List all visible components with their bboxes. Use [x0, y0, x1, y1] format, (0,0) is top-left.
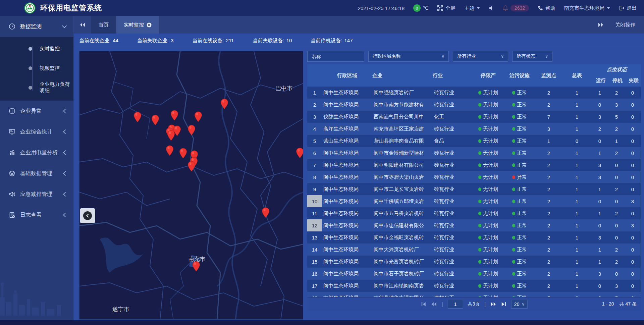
region-cell: 阆中生态环境局 [322, 271, 372, 277]
table-row[interactable]: 2阆中生态环境局阆中市南方节能建材有砖瓦行业无计划正常21030 [307, 99, 641, 111]
table-row[interactable]: 10阆中生态环境局阆中千佛镇五郎垭页岩砖瓦行业无计划正常21003 [307, 195, 641, 207]
sidebar-item-base-data[interactable]: 基础数据管理 [0, 163, 73, 184]
status-dot-icon [512, 115, 515, 119]
sidebar-item-log-view[interactable]: 日志查看 [0, 205, 73, 225]
bell-icon [503, 5, 508, 11]
status-filter-select[interactable]: 所有状态∨ [512, 51, 552, 62]
stat-label: 当前失联设备: [253, 38, 284, 44]
temperature-unit: ℃ [423, 5, 429, 11]
tab-realtime-monitoring[interactable]: 实时监控 [116, 16, 159, 34]
sound-toggle[interactable] [489, 5, 494, 11]
table-row[interactable]: 3仪陇生态环境局西南油气田分公司川中化工无计划正常71350 [307, 111, 641, 123]
sidebar-item-data-monitoring[interactable]: 数据监测 [0, 16, 73, 37]
row-number-cell: 13 [307, 235, 322, 240]
sidebar-subitem-realtime-monitoring[interactable]: 实时监控 [0, 39, 73, 58]
map-panel[interactable]: 巴中市南充市遂宁市 [79, 51, 303, 320]
stop-limit-label: 无计划 [483, 247, 498, 253]
map-pin[interactable] [220, 99, 228, 109]
monitor-count-cell: 2 [535, 259, 562, 265]
page-number-input[interactable] [447, 300, 463, 309]
logout-button[interactable]: 退出 [619, 5, 637, 11]
sidebar-item-enterprise-abnormal[interactable]: 企业异常 [0, 101, 73, 121]
help-button[interactable]: 帮助 [538, 5, 555, 11]
table-row[interactable]: 15阆中生态环境局阆中市光富页岩机砖厂砖瓦行业无计划正常21120 [307, 256, 641, 268]
run-count-cell: 3 [591, 162, 608, 168]
table-row[interactable]: 16阆中生态环境局阆中市石子页岩机砖厂砖瓦行业无计划正常21300 [307, 268, 641, 280]
industry-cell: 砖瓦行业 [433, 259, 472, 265]
sidebar-subitem-video-monitoring[interactable]: 视频监控 [0, 58, 73, 78]
table-panel: 行政区域名称∨ 所有行业∨ 所有状态∨ 点位状态 运行停机失联 行政区域企业行业… [307, 51, 641, 320]
prev-page-button[interactable] [431, 302, 437, 307]
region-filter-select[interactable]: 行政区域名称∨ [368, 51, 449, 62]
map-pin[interactable] [170, 110, 178, 121]
meter-count-cell: 1 [562, 259, 591, 265]
monitor-count-cell: 2 [535, 90, 562, 96]
last-page-icon [501, 302, 506, 307]
map-pin[interactable] [187, 125, 196, 136]
table-scrollbar[interactable] [641, 87, 641, 298]
table-scrollbar-thumb[interactable] [641, 150, 641, 294]
status-dot-icon [512, 127, 515, 131]
stop-limit-cell: 无计划 [472, 150, 504, 156]
sidebar-item-enterprise-statistics[interactable]: 企业综合统计 [0, 121, 73, 142]
treatment-cell: 正常 [504, 271, 535, 277]
table-row[interactable]: 1阆中生态环境局阆中强锐页岩砖厂砖瓦行业无计划正常21120 [307, 87, 641, 99]
notifications[interactable]: 2632 [503, 5, 529, 11]
table-row[interactable]: 12阆中生态环境局阆中市忠信建材有限公砖瓦行业无计划正常21003 [307, 219, 641, 231]
map-collapse-handle[interactable] [80, 208, 95, 223]
first-page-icon [421, 302, 426, 307]
treatment-label: 正常 [517, 162, 527, 168]
industry-cell: 砖瓦行业 [433, 90, 472, 96]
user-org-menu[interactable]: 南充市生态环境局 [564, 5, 610, 11]
sidebar-item-power-analysis[interactable]: 企业用电量分析 [0, 142, 73, 163]
monitor-count-cell: 2 [535, 223, 562, 228]
map-pin[interactable] [151, 115, 159, 125]
treatment-label: 异常 [517, 174, 527, 180]
status-dot-icon [478, 151, 481, 155]
first-page-button[interactable] [421, 302, 426, 307]
region-cell: 阆中生态环境局 [322, 174, 372, 180]
map-pin[interactable] [194, 111, 202, 122]
table-row[interactable]: 6阆中生态环境局阆中市金博瑞新型墙材砖瓦行业无计划正常21120 [307, 147, 641, 159]
map-pin[interactable] [262, 207, 270, 218]
page-size-select[interactable]: 20∨ [511, 300, 528, 309]
caret-down-icon [607, 7, 610, 9]
table-row[interactable]: 11阆中生态环境局阆中市五马桥页岩机砖砖瓦行业无计划正常21120 [307, 207, 641, 219]
tabs-scroll-left-button[interactable] [74, 16, 91, 34]
tab-home[interactable]: 首页 [91, 16, 116, 34]
table-row[interactable]: 7阆中生态环境局阆中明阳建材有限公司砖瓦行业无计划正常21300 [307, 159, 641, 171]
datetime: 2021-02-25 17:46:18 [358, 5, 405, 11]
map-pin[interactable] [166, 145, 174, 156]
table-row[interactable]: 9阆中生态环境局阆中市二龙长宝页岩砖砖瓦行业无计划正常21120 [307, 183, 641, 195]
treatment-label: 正常 [517, 114, 527, 120]
map-pin[interactable] [187, 161, 196, 172]
last-page-button[interactable] [501, 302, 506, 307]
close-operations-button[interactable]: 关闭操作 [615, 22, 635, 28]
row-number-cell: 2 [307, 102, 322, 108]
next-page-button[interactable] [490, 302, 496, 307]
map-pin[interactable] [167, 130, 175, 141]
table-row[interactable]: 8阆中生态环境局阆中市枣碧大梁山页岩砖瓦行业无计划异常21300 [307, 171, 641, 183]
theme-menu[interactable]: 主题 [464, 5, 480, 11]
stop-limit-cell: 无计划 [472, 222, 504, 229]
close-tab-icon[interactable] [147, 22, 152, 28]
meter-count-cell: 1 [562, 114, 591, 120]
table-row[interactable]: 13阆中生态环境局阆中市金福旺页岩机砖砖瓦行业无计划正常21300 [307, 231, 641, 243]
fullscreen-button[interactable]: 全屏 [437, 5, 455, 11]
table-row[interactable]: 5营山生态环境局营山县润丰肉食品有限食品无计划正常10010 [307, 135, 641, 147]
sidebar-subitem-power-load-detail[interactable]: 企业电力负荷明细 [0, 78, 73, 97]
stop-limit-label: 无计划 [483, 102, 498, 108]
table-row[interactable]: 4高坪生态环境局南充市高坪区王家店建砖瓦行业无计划正常31220 [307, 123, 641, 135]
region-cell: 高坪生态环境局 [322, 126, 372, 132]
treatment-cell: 正常 [504, 247, 535, 253]
name-filter-input[interactable] [307, 51, 364, 62]
monitor-count-cell: 2 [535, 162, 562, 168]
table-row[interactable]: 17阆中生态环境局阆中市江南镇阆南页岩砖瓦行业无计划正常21030 [307, 280, 641, 292]
sidebar-item-emergency-reduction[interactable]: 应急减排管理 [0, 184, 73, 205]
table-row[interactable]: 14阆中生态环境局阆中大兴页岩机砖厂砖瓦行业无计划正常21120 [307, 243, 641, 256]
tabs-scroll-right-icon[interactable] [598, 22, 604, 27]
map-pin[interactable] [133, 112, 142, 122]
map-pin[interactable] [296, 148, 303, 158]
industry-filter-select[interactable]: 所有行业∨ [453, 51, 508, 62]
map-pin[interactable] [179, 148, 187, 159]
